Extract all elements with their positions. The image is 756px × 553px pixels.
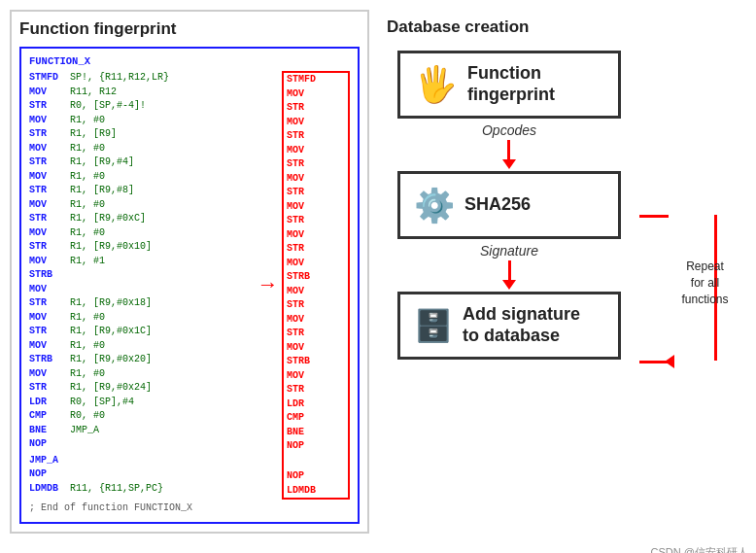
code-highlight-col: STMFD MOV STR MOV STR MOV STR MOV STR MO… [282, 71, 350, 500]
right-panel-title: Database creation [387, 17, 739, 37]
flow-box-database: 🗄️ Add signatureto database [397, 292, 621, 360]
repeat-area: Repeat for all functions [632, 51, 739, 526]
watermark: CSDN @信安科研人 [0, 543, 756, 553]
gear-icon: ⚙️ [414, 189, 455, 222]
flow-steps: 🖐 Functionfingerprint Opcodes ⚙️ SHA256 … [387, 51, 632, 526]
end-comment: ; End of function FUNCTION_X [29, 501, 350, 516]
flow-box-sha256: ⚙️ SHA256 [397, 171, 621, 239]
repeat-label: Repeat for all functions [678, 259, 732, 307]
function-header: FUNCTION_X [29, 54, 350, 69]
code-inner: STMFDSP!, {R11,R12,LR} MOVR11, R12 STRR0… [29, 71, 350, 500]
database-icon: 🗄️ [414, 310, 453, 341]
fingerprint-icon: 🖐 [414, 67, 458, 102]
code-main-col: STMFDSP!, {R11,R12,LR} MOVR11, R12 STRR0… [29, 71, 254, 500]
flow-label-sha256: SHA256 [464, 194, 531, 216]
flow-box-fingerprint: 🖐 Functionfingerprint [397, 51, 621, 119]
code-box: FUNCTION_X STMFDSP!, {R11,R12,LR} MOVR11… [19, 47, 360, 524]
flow-container: 🖐 Functionfingerprint Opcodes ⚙️ SHA256 … [387, 51, 739, 526]
left-panel: Function fingerprint FUNCTION_X STMFDSP!… [10, 10, 369, 534]
opcodes-label: Opcodes [482, 122, 536, 138]
signature-label: Signature [480, 243, 538, 259]
left-panel-title: Function fingerprint [19, 19, 360, 39]
flow-arrow-1: Opcodes [482, 121, 536, 169]
flow-label-fingerprint: Functionfingerprint [467, 63, 555, 105]
right-panel: Database creation 🖐 Functionfingerprint … [379, 10, 746, 534]
flow-label-database: Add signatureto database [463, 304, 580, 346]
code-arrow: → [258, 71, 278, 500]
flow-arrow-2: Signature [480, 241, 538, 290]
